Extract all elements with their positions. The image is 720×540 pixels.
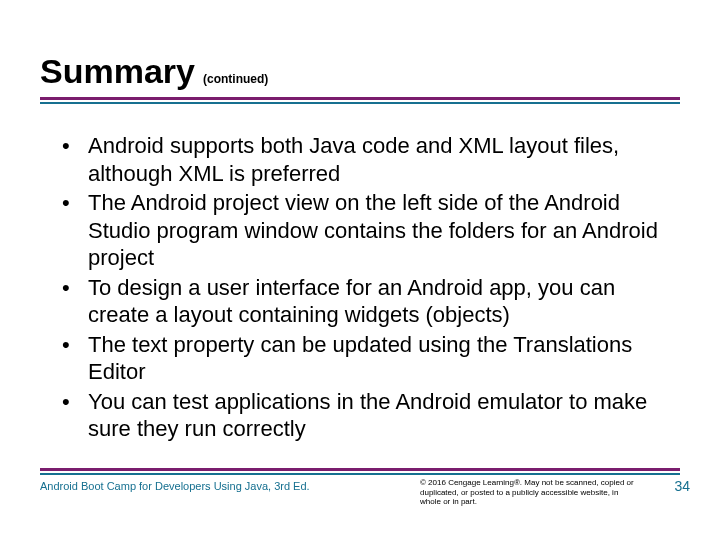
heading-rule-primary xyxy=(40,97,680,100)
slide: Summary (continued) Android supports bot… xyxy=(0,0,720,540)
heading-line: Summary (continued) xyxy=(40,52,680,91)
heading: Summary (continued) xyxy=(40,52,680,104)
footer-rule-primary xyxy=(40,468,680,471)
list-item: The text property can be updated using t… xyxy=(58,331,666,386)
footer-book-title: Android Boot Camp for Developers Using J… xyxy=(40,480,310,492)
list-item: To design a user interface for an Androi… xyxy=(58,274,666,329)
list-item: You can test applications in the Android… xyxy=(58,388,666,443)
footer-rule xyxy=(40,468,680,475)
page-number: 34 xyxy=(674,478,690,494)
list-item: Android supports both Java code and XML … xyxy=(58,132,666,187)
footer-rule-secondary xyxy=(40,473,680,475)
list-item: The Android project view on the left sid… xyxy=(58,189,666,272)
heading-title: Summary xyxy=(40,52,195,91)
heading-subtitle: (continued) xyxy=(203,72,268,86)
heading-rule-secondary xyxy=(40,102,680,104)
footer-copyright: © 2016 Cengage Learning®. May not be sca… xyxy=(420,478,640,507)
bullet-list: Android supports both Java code and XML … xyxy=(58,132,666,445)
